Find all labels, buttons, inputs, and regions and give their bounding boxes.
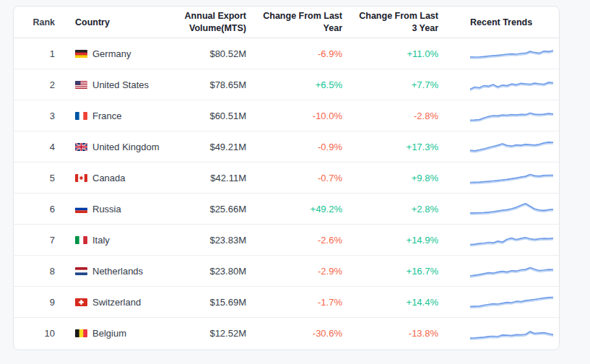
change-from-last-year-value: -6.9%: [257, 48, 355, 59]
table-row: 3 France $60.51M -10.0% -2.8%: [14, 100, 559, 131]
rank-value: 4: [14, 142, 55, 152]
country-name: Germany: [92, 48, 131, 59]
column-header-annual-export-volume: Annual Export Volume(MTS): [162, 10, 257, 34]
trend-sparkline-chart: [470, 231, 553, 248]
column-header-rank: Rank: [14, 17, 55, 27]
country-name: Belgium: [92, 328, 126, 339]
rank-value: 6: [14, 204, 55, 214]
annual-export-volume-value: $42.11M: [162, 173, 257, 183]
country-name: Switzerland: [92, 297, 141, 308]
table-row: 10 Belgium $12.52M -30.6% -13.8%: [14, 318, 559, 349]
rank-value: 2: [14, 79, 55, 90]
trend-sparkline-chart: [470, 107, 553, 124]
annual-export-volume-value: $49.21M: [162, 142, 257, 152]
table-row: 7 Italy $23.83M -2.6% +14.9%: [14, 225, 559, 256]
rank-value: 5: [14, 173, 55, 183]
table-row: 2 United States $78.65M +6.5% +7.7%: [14, 69, 559, 100]
change-from-last-3-year-value: +2.8%: [355, 204, 451, 214]
change-from-last-3-year-value: -13.8%: [355, 328, 451, 339]
annual-export-volume-value: $25.66M: [162, 204, 257, 214]
table-row: 4 United Kingdom $49.21M -0.9% +17.3%: [14, 131, 559, 162]
change-from-last-year-value: -30.6%: [257, 328, 355, 339]
rank-value: 10: [14, 328, 55, 339]
trend-sparkline-chart: [470, 325, 553, 342]
annual-export-volume-value: $23.80M: [162, 266, 257, 277]
country-name: Russia: [92, 204, 121, 214]
country-flag-icon: [75, 267, 87, 275]
change-from-last-3-year-value: +14.4%: [355, 297, 451, 308]
rank-value: 9: [14, 297, 55, 308]
rank-value: 8: [14, 266, 55, 277]
annual-export-volume-value: $80.52M: [162, 48, 257, 59]
annual-export-volume-value: $23.83M: [162, 235, 257, 246]
country-flag-icon: [75, 112, 87, 120]
change-from-last-year-value: -2.9%: [257, 266, 355, 277]
table-row: 8 Netherlands $23.80M -2.9% +16.7%: [14, 256, 559, 287]
country-flag-icon: [75, 174, 87, 182]
country-flag-icon: [75, 329, 87, 337]
country-name: United Kingdom: [92, 142, 160, 152]
change-from-last-3-year-value: +17.3%: [355, 142, 451, 152]
country-flag-icon: [75, 143, 87, 151]
column-header-recent-trends: Recent Trends: [451, 17, 559, 27]
country-name: Italy: [92, 235, 110, 246]
trend-sparkline-chart: [470, 262, 553, 280]
annual-export-volume-value: $78.65M: [162, 79, 257, 90]
trend-sparkline-chart: [470, 45, 553, 62]
trend-sparkline-chart: [470, 200, 553, 217]
table-row: 6 Russia $25.66M +49.2% +2.8%: [14, 194, 559, 225]
column-header-change-from-last-3-year: Change From Last 3 Year: [355, 10, 451, 34]
country-name: Canada: [92, 173, 126, 183]
column-header-country: Country: [55, 17, 162, 27]
change-from-last-year-value: +49.2%: [257, 204, 355, 214]
change-from-last-3-year-value: +9.8%: [355, 173, 451, 183]
change-from-last-year-value: +6.5%: [257, 79, 355, 90]
trend-sparkline-chart: [470, 76, 553, 93]
table-row: 1 Germany $80.52M -6.9% +11.0%: [14, 38, 559, 69]
change-from-last-3-year-value: +7.7%: [355, 79, 451, 90]
change-from-last-year-value: -10.0%: [257, 110, 355, 121]
change-from-last-year-value: -2.6%: [257, 235, 355, 246]
country-name: France: [92, 110, 121, 121]
trend-sparkline-chart: [470, 138, 553, 155]
change-from-last-3-year-value: -2.8%: [355, 110, 451, 121]
country-flag-icon: [75, 236, 87, 244]
rank-value: 7: [14, 235, 55, 246]
annual-export-volume-value: $60.51M: [162, 110, 257, 121]
table-row: 5 Canada $42.11M -0.7% +9.8%: [14, 162, 559, 194]
change-from-last-year-value: -0.9%: [257, 142, 355, 152]
change-from-last-3-year-value: +16.7%: [355, 266, 451, 277]
column-header-change-from-last-year: Change From Last Year: [257, 10, 355, 34]
trend-sparkline-chart: [470, 293, 553, 311]
change-from-last-3-year-value: +11.0%: [355, 48, 451, 59]
country-name: United States: [92, 79, 149, 90]
country-flag-icon: [75, 50, 87, 58]
country-name: Netherlands: [92, 266, 143, 277]
country-flag-icon: [75, 298, 87, 306]
table-row: 9 Switzerland $15.69M -1.7% +14.4%: [14, 287, 559, 318]
country-flag-icon: [75, 81, 87, 89]
trend-sparkline-chart: [470, 169, 553, 186]
change-from-last-year-value: -0.7%: [257, 173, 355, 183]
rank-value: 1: [14, 48, 55, 59]
export-ranking-table: Rank Country Annual Export Volume(MTS) C…: [13, 6, 560, 350]
annual-export-volume-value: $15.69M: [162, 297, 257, 308]
change-from-last-year-value: -1.7%: [257, 297, 355, 308]
table-header-row: Rank Country Annual Export Volume(MTS) C…: [14, 6, 559, 38]
annual-export-volume-value: $12.52M: [162, 328, 257, 339]
change-from-last-3-year-value: +14.9%: [355, 235, 451, 246]
rank-value: 3: [14, 110, 55, 121]
table-body: 1 Germany $80.52M -6.9% +11.0% 2 United …: [14, 38, 559, 349]
country-flag-icon: [75, 205, 87, 213]
